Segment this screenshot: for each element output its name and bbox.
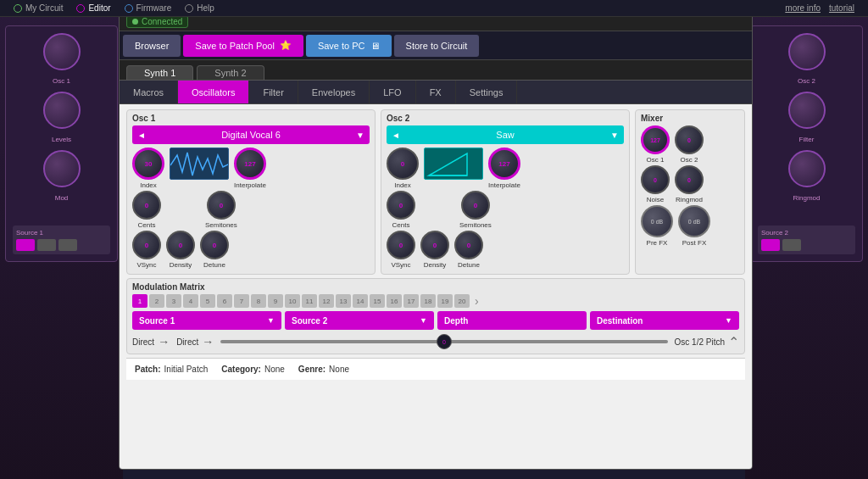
osc2-interpolate-value: 127 (498, 160, 509, 168)
mixer-osc1-label: Osc 1 (647, 156, 665, 164)
bg-src-btn-1 (16, 239, 35, 251)
mod-num-1[interactable]: 1 (132, 294, 147, 308)
mixer-osc2-item: 0 Osc 2 (675, 125, 704, 164)
mod-num-20[interactable]: 20 (454, 294, 470, 308)
tab-fx[interactable]: FX (416, 81, 456, 103)
mixer-osc1-knob[interactable]: 127 (641, 125, 670, 154)
source2-select[interactable]: Source 2 ▼ (285, 311, 434, 330)
save-patch-button[interactable]: Save to Patch Pool ⭐ (183, 35, 303, 57)
mod-num-7[interactable]: 7 (234, 294, 249, 308)
mixer-noise-value: 0 (654, 177, 657, 183)
osc2-detune-knob[interactable]: 0 (454, 231, 483, 259)
osc1-semi-item: 0 Semitones (205, 191, 237, 229)
mod-num-9[interactable]: 9 (268, 294, 283, 308)
synth2-tab[interactable]: Synth 2 (197, 65, 264, 80)
tab-oscillators[interactable]: Oscillators (178, 81, 249, 103)
patch-label: Patch: (135, 365, 161, 374)
osc2-vsync-knob[interactable]: 0 (387, 231, 415, 259)
osc2-density-knob[interactable]: 0 (420, 231, 449, 259)
osc2-index-knob[interactable]: 0 (387, 148, 419, 180)
genre-value: None (329, 365, 349, 374)
mod-num-19[interactable]: 19 (437, 294, 453, 308)
toolbar: Browser Save to Patch Pool ⭐ Save to PC … (120, 31, 752, 60)
mod-num-3[interactable]: 3 (166, 294, 181, 308)
modulation-matrix: Modulation Matrix 1 2 3 4 5 6 7 8 9 10 1… (126, 278, 745, 354)
mod-num-15[interactable]: 15 (370, 294, 385, 308)
more-info-link[interactable]: more info (785, 3, 821, 13)
mixer-noise-knob[interactable]: 0 (641, 165, 670, 194)
mod-num-2[interactable]: 2 (149, 294, 164, 308)
osc1-prev-btn[interactable]: ◄ (137, 131, 146, 140)
mod-num-16[interactable]: 16 (387, 294, 402, 308)
source2-label: Source 2 (292, 316, 327, 326)
mod-num-11[interactable]: 11 (302, 294, 317, 308)
osc1-cents-label: Cents (138, 221, 156, 229)
mixer-ringmod-value: 0 (687, 177, 691, 183)
mixer-ringmod-item: 0 Ringmod (675, 165, 704, 203)
osc1-detune-knob[interactable]: 0 (200, 231, 229, 259)
nav-help[interactable]: Help (185, 3, 214, 13)
nav-my-circuit[interactable]: My Circuit (14, 3, 63, 13)
mod-num-18[interactable]: 18 (420, 294, 436, 308)
osc1-selector[interactable]: ◄ Digital Vocal 6 ▼ (132, 125, 370, 144)
mod-dest-chevron[interactable]: ⌃ (728, 334, 739, 350)
osc1-dropdown-arrow[interactable]: ▼ (356, 131, 364, 140)
osc2-interpolate-knob[interactable]: 127 (488, 148, 520, 180)
tab-envelopes[interactable]: Envelopes (298, 81, 370, 103)
osc1-interpolate-knob[interactable]: 127 (234, 148, 266, 180)
osc1-cents-knob[interactable]: 0 (132, 191, 161, 220)
nav-firmware-label: Firmware (136, 3, 172, 13)
tab-filter[interactable]: Filter (249, 81, 298, 103)
nav-firmware[interactable]: Firmware (125, 3, 172, 13)
mod-num-13[interactable]: 13 (336, 294, 351, 308)
mod-num-expand[interactable]: › (475, 294, 479, 308)
tutorial-link[interactable]: tutorial (829, 3, 854, 13)
mod-slider-thumb[interactable]: 0 (437, 334, 452, 349)
mod-depth-slider[interactable]: 0 (220, 333, 667, 350)
osc2-selector[interactable]: ◄ Saw ▼ (387, 125, 624, 144)
osc1-semi-knob[interactable]: 0 (207, 191, 236, 220)
tab-lfo[interactable]: LFO (370, 81, 415, 103)
bg-right-panel: Osc 2 Filter Ringmod Source 2 (745, 0, 868, 479)
bg-knob-label-2: Levels (52, 136, 71, 143)
mod-num-5[interactable]: 5 (200, 294, 215, 308)
mod-num-6[interactable]: 6 (217, 294, 232, 308)
synth1-tab[interactable]: Synth 1 (126, 65, 193, 80)
connected-dot (132, 19, 138, 25)
browser-button[interactable]: Browser (123, 35, 181, 57)
nav-editor[interactable]: Editor (76, 3, 110, 13)
osc2-cents-value: 0 (399, 202, 403, 209)
store-button[interactable]: Store to Circuit (394, 35, 480, 57)
osc1-vsync-value: 0 (145, 242, 148, 249)
osc1-density-knob[interactable]: 0 (166, 231, 195, 259)
mixer-ringmod-knob[interactable]: 0 (675, 165, 704, 194)
mod-num-12[interactable]: 12 (319, 294, 334, 308)
mixer-prefx-knob[interactable]: 0 dB (641, 205, 673, 237)
mod-num-4[interactable]: 4 (183, 294, 198, 308)
osc2-top-knobs: 0 Index 127 (387, 148, 624, 189)
save-pc-button[interactable]: Save to PC 🖥 (306, 35, 392, 57)
source1-select[interactable]: Source 1 ▼ (132, 311, 281, 330)
mod-num-17[interactable]: 17 (403, 294, 419, 308)
mixer-osc2-label: Osc 2 (681, 156, 698, 164)
tab-macros[interactable]: Macros (120, 81, 178, 103)
osc2-cents-item: 0 Cents (387, 191, 415, 229)
mod-num-10[interactable]: 10 (285, 294, 300, 308)
osc2-density-value: 0 (433, 242, 437, 249)
osc2-vsync-item: 0 VSync (387, 231, 415, 269)
osc2-cents-knob[interactable]: 0 (387, 191, 415, 220)
osc2-semi-knob[interactable]: 0 (461, 191, 490, 220)
mixer-osc2-knob[interactable]: 0 (675, 125, 704, 154)
osc1-index-knob[interactable]: 30 (132, 148, 164, 180)
depth-select[interactable]: Depth (437, 311, 587, 330)
mod-num-14[interactable]: 14 (353, 294, 368, 308)
nav-my-circuit-label: My Circuit (25, 3, 63, 13)
osc2-prev-btn[interactable]: ◄ (392, 131, 400, 140)
bg-src-btn-3 (58, 239, 77, 251)
tab-settings[interactable]: Settings (456, 81, 518, 103)
destination-select[interactable]: Destination ▼ (590, 311, 739, 330)
mod-num-8[interactable]: 8 (251, 294, 266, 308)
mixer-postfx-knob[interactable]: 0 dB (678, 205, 710, 237)
osc1-vsync-knob[interactable]: 0 (132, 231, 161, 259)
osc2-dropdown-arrow[interactable]: ▼ (610, 131, 619, 140)
